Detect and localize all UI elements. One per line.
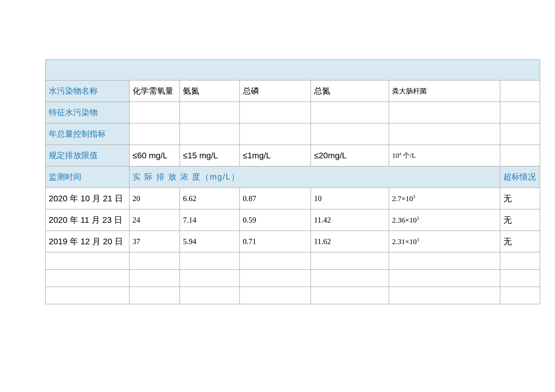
table-row: 监测时间 实 际 排 放 浓 度（mg/L） 超标情况	[45, 166, 540, 188]
coliform-exponent: 3	[413, 194, 415, 199]
monitor-date: 2020 年 10 月 21 日	[45, 188, 129, 209]
exceedance-status: 无	[500, 209, 540, 231]
empty-cell	[45, 269, 129, 287]
value-phosphorus: 0.71	[240, 231, 311, 252]
value-fecal-coliform: 2.7×103	[389, 188, 500, 209]
empty-cell	[45, 252, 129, 269]
table-row: 2019 年 12 月 20 日 37 5.94 0.71 11.62 2.31…	[45, 231, 540, 252]
empty-cell	[311, 123, 389, 145]
actual-emission-concentration-header: 实 际 排 放 浓 度（mg/L）	[129, 166, 500, 188]
value-ammonia: 5.94	[180, 231, 240, 252]
coliform-exponent: 3	[417, 237, 419, 242]
limit-nitrogen: ≤20mg/L	[311, 145, 389, 166]
coliform-base: 2.7×10	[392, 194, 413, 203]
monitor-date: 2020 年 11 月 23 日	[45, 209, 129, 231]
row-label-emission-limit: 规定排放限值	[45, 145, 129, 166]
empty-cell	[240, 252, 311, 269]
empty-cell	[500, 287, 540, 304]
empty-cell	[180, 102, 240, 123]
value-phosphorus: 0.87	[240, 188, 311, 209]
empty-cell	[500, 123, 540, 145]
empty-cell	[311, 287, 389, 304]
water-pollutant-table: 水污染物名称 化学需氧量 氨氮 总磷 总氮 粪大肠杆菌 特征水污染物 年总量控制…	[45, 59, 540, 304]
limit-coliform-unit: 个/L	[401, 152, 416, 159]
empty-cell	[311, 269, 389, 287]
empty-cell	[500, 102, 540, 123]
empty-cell	[45, 287, 129, 304]
empty-cell	[311, 102, 389, 123]
empty-cell	[389, 102, 500, 123]
exceedance-status: 无	[500, 188, 540, 209]
monitor-date: 2019 年 12 月 20 日	[45, 231, 129, 252]
value-phosphorus: 0.59	[240, 209, 311, 231]
value-cod: 24	[129, 209, 180, 231]
table-row: 水污染物名称 化学需氧量 氨氮 总磷 总氮 粪大肠杆菌	[45, 80, 540, 102]
empty-cell	[180, 287, 240, 304]
coliform-base: 2.36×10	[392, 216, 417, 224]
empty-cell	[129, 123, 180, 145]
empty-cell	[180, 252, 240, 269]
empty-cell	[180, 123, 240, 145]
value-nitrogen: 11.42	[311, 209, 389, 231]
limit-fecal-coliform: 104 个/L	[389, 145, 500, 166]
empty-cell	[389, 252, 500, 269]
coliform-exponent: 3	[417, 216, 419, 221]
limit-coliform-base: 10	[392, 152, 399, 159]
limit-ammonia: ≤15 mg/L	[180, 145, 240, 166]
table-row: 特征水污染物	[45, 102, 540, 123]
table-row-empty	[45, 269, 540, 287]
row-label-annual-control: 年总量控制指标	[45, 123, 129, 145]
exceedance-status: 无	[500, 231, 540, 252]
empty-cell	[129, 269, 180, 287]
empty-cell	[389, 269, 500, 287]
banner-cell	[45, 60, 540, 80]
value-fecal-coliform: 2.36×103	[389, 209, 500, 231]
empty-cell	[389, 287, 500, 304]
pollutant-monitoring-table-container: 水污染物名称 化学需氧量 氨氮 总磷 总氮 粪大肠杆菌 特征水污染物 年总量控制…	[45, 59, 540, 304]
table-row: 规定排放限值 ≤60 mg/L ≤15 mg/L ≤1mg/L ≤20mg/L …	[45, 145, 540, 166]
row-label-characteristic-pollutant: 特征水污染物	[45, 102, 129, 123]
empty-cell	[500, 252, 540, 269]
value-cod: 37	[129, 231, 180, 252]
pollutant-cod: 化学需氧量	[129, 80, 180, 102]
value-cod: 20	[129, 188, 180, 209]
empty-cell	[240, 123, 311, 145]
value-nitrogen: 10	[311, 188, 389, 209]
table-row	[45, 60, 540, 80]
empty-cell	[389, 123, 500, 145]
empty-cell	[500, 269, 540, 287]
empty-cell	[500, 145, 540, 166]
empty-cell	[240, 287, 311, 304]
document-page: { "colors": { "header_bg": "#d9e9f1", "h…	[0, 0, 555, 392]
pollutant-nitrogen: 总氮	[311, 80, 389, 102]
value-fecal-coliform: 2.31×103	[389, 231, 500, 252]
empty-cell	[240, 102, 311, 123]
row-label-monitoring-time: 监测时间	[45, 166, 129, 188]
table-row-empty	[45, 287, 540, 304]
empty-cell	[129, 252, 180, 269]
empty-cell	[240, 269, 311, 287]
table-row: 2020 年 11 月 23 日 24 7.14 0.59 11.42 2.36…	[45, 209, 540, 231]
row-label-pollutant-name: 水污染物名称	[45, 80, 129, 102]
exceedance-status-header: 超标情况	[500, 166, 540, 188]
empty-cell	[311, 252, 389, 269]
empty-cell	[129, 287, 180, 304]
limit-cod: ≤60 mg/L	[129, 145, 180, 166]
table-row-empty	[45, 252, 540, 269]
value-ammonia: 6.62	[180, 188, 240, 209]
empty-cell	[180, 269, 240, 287]
empty-cell	[129, 102, 180, 123]
coliform-base: 2.31×10	[392, 237, 417, 246]
pollutant-fecal-coliform: 粪大肠杆菌	[389, 80, 500, 102]
pollutant-phosphorus: 总磷	[240, 80, 311, 102]
empty-cell	[500, 80, 540, 102]
pollutant-ammonia: 氨氮	[180, 80, 240, 102]
value-nitrogen: 11.62	[311, 231, 389, 252]
limit-phosphorus: ≤1mg/L	[240, 145, 311, 166]
value-ammonia: 7.14	[180, 209, 240, 231]
table-row: 2020 年 10 月 21 日 20 6.62 0.87 10 2.7×103…	[45, 188, 540, 209]
table-row: 年总量控制指标	[45, 123, 540, 145]
